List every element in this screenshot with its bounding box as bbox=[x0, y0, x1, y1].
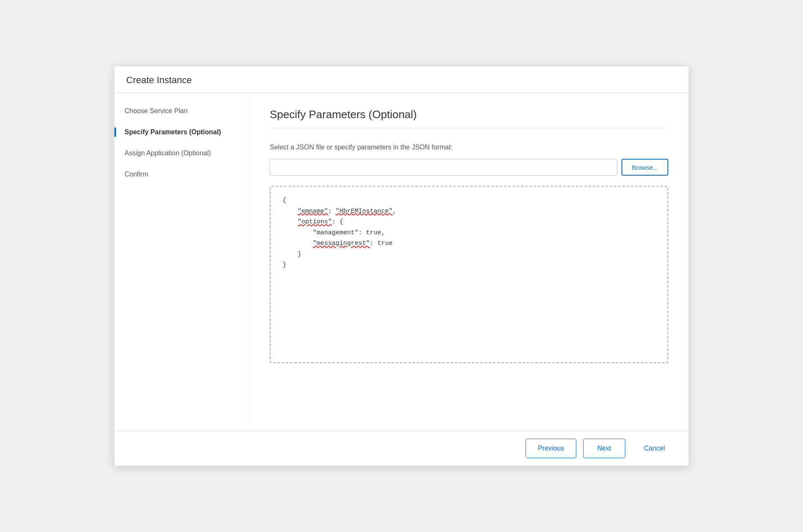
sidebar-item-confirm[interactable]: Confirm bbox=[125, 170, 239, 179]
modal-body: Choose Service Plan Specify Parameters (… bbox=[114, 93, 689, 431]
browse-button[interactable]: Browse... bbox=[621, 159, 668, 176]
modal-footer: Previous Next Cancel bbox=[114, 431, 689, 466]
sidebar-item-choose-service-plan[interactable]: Choose Service Plan bbox=[125, 106, 239, 116]
sidebar-item-specify-parameters[interactable]: Specify Parameters (Optional) bbox=[125, 128, 239, 137]
sidebar: Choose Service Plan Specify Parameters (… bbox=[114, 93, 250, 431]
next-button[interactable]: Next bbox=[583, 439, 625, 458]
json-editor[interactable]: { "emname": "HbrEMInstance", "options": … bbox=[270, 186, 668, 363]
modal-container: Create Instance Choose Service Plan Spec… bbox=[114, 66, 689, 466]
cancel-button[interactable]: Cancel bbox=[632, 439, 677, 458]
section-title: Specify Parameters (Optional) bbox=[270, 108, 668, 128]
modal-title: Create Instance bbox=[126, 75, 677, 86]
file-input-row: Browse... bbox=[270, 159, 668, 176]
sidebar-item-assign-application[interactable]: Assign Application (Optional) bbox=[125, 149, 239, 158]
modal-header: Create Instance bbox=[114, 66, 689, 93]
file-path-input[interactable] bbox=[270, 159, 617, 176]
previous-button[interactable]: Previous bbox=[526, 439, 576, 458]
main-content: Specify Parameters (Optional) Select a J… bbox=[250, 93, 689, 431]
description-text: Select a JSON file or specify parameters… bbox=[270, 144, 668, 151]
